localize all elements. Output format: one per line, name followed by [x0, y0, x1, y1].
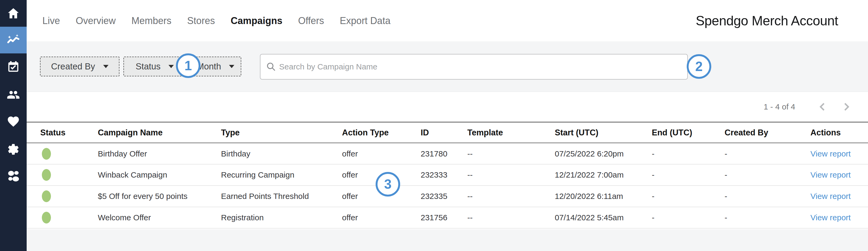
caret-down-icon: [103, 65, 108, 68]
cell-template: --: [467, 207, 555, 228]
top-header: LiveOverviewMembersStoresCampaignsOffers…: [27, 0, 868, 41]
column-header-campaign-name: Campaign Name: [98, 123, 221, 143]
view-report-link[interactable]: View report: [810, 213, 851, 222]
home-icon: [7, 7, 20, 20]
sidebar-item-calendar-check[interactable]: [0, 53, 27, 80]
cell-start-utc: 07/25/2022 6:20pm: [555, 143, 652, 164]
sidebar-item-gear[interactable]: [0, 136, 27, 163]
pagination-next-button[interactable]: [841, 102, 851, 112]
table-row: Winback CampaignRecurring Campaignoffer2…: [27, 164, 868, 186]
sidebar: [0, 0, 27, 251]
sidebar-item-people[interactable]: [0, 81, 27, 108]
column-header-status: Status: [27, 123, 98, 143]
nav-item-overview[interactable]: Overview: [76, 15, 116, 26]
cell-template: --: [467, 186, 555, 207]
search-icon: [266, 61, 276, 72]
created-by-filter-dropdown[interactable]: Created By: [40, 57, 119, 76]
status-dot-active: [42, 148, 51, 160]
status-dot-active: [42, 169, 51, 181]
shapes-icon: [7, 170, 20, 183]
cell-type: Earned Points Threshold: [221, 186, 342, 207]
column-header-type: Type: [221, 123, 342, 143]
cell-start-utc: 07/14/2022 5:45am: [555, 207, 652, 228]
chevron-left-icon: [817, 102, 828, 112]
column-header-id: ID: [421, 123, 467, 143]
pagination-range: 1 - 4 of 4: [764, 102, 795, 111]
nav-item-offers[interactable]: Offers: [298, 15, 324, 26]
cell-id: 231756: [421, 207, 467, 228]
people-icon: [7, 88, 20, 102]
dropdown-label: Created By: [51, 61, 95, 72]
pagination-prev-button[interactable]: [817, 102, 828, 112]
bottom-spacer: [27, 229, 868, 251]
cell-status: [27, 143, 98, 164]
cell-action-type: offer: [342, 207, 421, 228]
table-header-row: StatusCampaign NameTypeAction TypeIDTemp…: [27, 123, 868, 143]
gear-icon: [7, 143, 20, 156]
chevron-right-icon: [841, 102, 851, 112]
cell-end-utc: -: [652, 164, 724, 186]
cell-campaign-name: Birthday Offer: [98, 143, 221, 164]
cell-created-by: -: [724, 186, 810, 207]
cell-created-by: -: [724, 164, 810, 186]
cell-campaign-name: Winback Campaign: [98, 164, 221, 186]
cell-type: Recurring Campaign: [221, 164, 342, 186]
cell-end-utc: -: [652, 186, 724, 207]
cell-status: [27, 164, 98, 186]
cell-start-utc: 12/21/2022 7:00am: [555, 164, 652, 186]
sidebar-item-home[interactable]: [0, 0, 27, 27]
pagination-bar: 1 - 4 of 4: [27, 91, 868, 121]
cell-id: 232335: [421, 186, 467, 207]
cell-template: --: [467, 143, 555, 164]
filter-bar: Created ByStatusMonth: [27, 41, 868, 91]
sidebar-item-shapes[interactable]: [0, 163, 27, 190]
view-report-link[interactable]: View report: [810, 170, 851, 179]
annotation-circle-1: 1: [176, 53, 200, 78]
column-header-start-utc: Start (UTC): [555, 123, 652, 143]
cell-created-by: -: [724, 143, 810, 164]
cell-action-type: offer: [342, 143, 421, 164]
annotation-circle-3: 3: [376, 172, 400, 197]
primary-nav: LiveOverviewMembersStoresCampaignsOffers…: [42, 0, 391, 41]
status-dot-active: [42, 190, 51, 202]
nav-item-members[interactable]: Members: [131, 15, 172, 26]
column-header-created-by: Created By: [724, 123, 810, 143]
main-content: LiveOverviewMembersStoresCampaignsOffers…: [27, 0, 868, 251]
cell-id: 232333: [421, 164, 467, 186]
cell-campaign-name: $5 Off for every 50 points: [98, 186, 221, 207]
cell-status: [27, 207, 98, 228]
cell-id: 231780: [421, 143, 467, 164]
view-report-link[interactable]: View report: [810, 192, 851, 200]
dropdown-label: Status: [136, 61, 161, 72]
search-input[interactable]: [279, 62, 682, 71]
view-report-link[interactable]: View report: [810, 149, 851, 158]
cell-created-by: -: [724, 207, 810, 228]
column-header-actions: Actions: [810, 123, 868, 143]
cell-actions: View report: [810, 143, 868, 164]
nav-item-export-data[interactable]: Export Data: [340, 15, 391, 26]
annotation-circle-2: 2: [687, 54, 711, 79]
sidebar-item-trending[interactable]: [0, 27, 27, 53]
nav-item-live[interactable]: Live: [42, 15, 60, 26]
cell-actions: View report: [810, 186, 868, 207]
cell-end-utc: -: [652, 207, 724, 228]
nav-item-stores[interactable]: Stores: [187, 15, 215, 26]
cell-status: [27, 186, 98, 207]
caret-down-icon: [168, 65, 174, 68]
sidebar-item-heart[interactable]: [0, 108, 27, 135]
cell-actions: View report: [810, 164, 868, 186]
heart-icon: [7, 115, 20, 128]
cell-campaign-name: Welcome Offer: [98, 207, 221, 228]
table-row: $5 Off for every 50 pointsEarned Points …: [27, 186, 868, 207]
caret-down-icon: [229, 65, 234, 68]
nav-item-campaigns[interactable]: Campaigns: [230, 15, 282, 26]
cell-actions: View report: [810, 207, 868, 228]
search-box[interactable]: [260, 54, 688, 80]
cell-end-utc: -: [652, 143, 724, 164]
table-row: Birthday OfferBirthdayoffer231780--07/25…: [27, 143, 868, 164]
calendar-check-icon: [7, 60, 20, 74]
column-header-end-utc: End (UTC): [652, 123, 724, 143]
trending-icon: [7, 33, 20, 47]
cell-type: Registration: [221, 207, 342, 228]
status-dot-active: [42, 212, 51, 223]
